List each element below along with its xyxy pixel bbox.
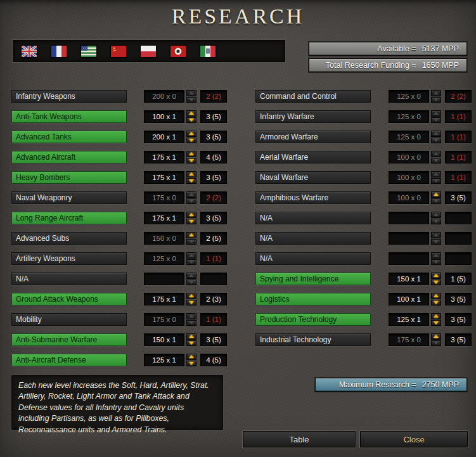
flag-usa-icon[interactable] xyxy=(80,45,97,58)
increase-investment-button[interactable] xyxy=(186,151,196,157)
research-row: Ground Attack Weapons175 x 12 (3) xyxy=(11,293,227,306)
down-arrow-icon xyxy=(189,240,194,243)
increase-investment-button xyxy=(431,171,441,177)
decrease-investment-button[interactable] xyxy=(186,219,196,225)
down-arrow-icon xyxy=(434,139,439,142)
increase-investment-button[interactable] xyxy=(186,110,196,117)
decrease-investment-button[interactable] xyxy=(431,280,441,286)
research-level: 1 (1) xyxy=(445,131,472,143)
tech-name-label: Aerial Warfare xyxy=(255,151,371,164)
up-arrow-icon xyxy=(189,172,194,176)
down-arrow-icon xyxy=(189,342,194,345)
close-button[interactable]: Close xyxy=(360,431,468,447)
research-row: Heavy Bombers175 x 13 (5) xyxy=(11,171,227,184)
up-arrow-icon xyxy=(434,132,439,135)
increase-investment-button[interactable] xyxy=(431,333,441,340)
investment-spinner xyxy=(431,293,441,306)
funding-label: Total Research Funding = xyxy=(326,61,416,70)
investment-spinner xyxy=(431,212,441,224)
research-row: Artillery Weapons125 x 01 (1) xyxy=(11,252,227,265)
investment-value: 100 x 1 xyxy=(389,293,429,306)
decrease-investment-button[interactable] xyxy=(186,361,196,367)
increase-investment-button[interactable] xyxy=(186,171,196,177)
tech-name-label: Logistics xyxy=(255,293,371,306)
decrease-investment-button xyxy=(186,97,196,103)
decrease-investment-button[interactable] xyxy=(186,117,196,124)
available-value: 5137 MPP xyxy=(422,44,459,53)
down-arrow-icon xyxy=(189,321,194,325)
flag-italy-icon[interactable] xyxy=(200,45,216,58)
decrease-investment-button[interactable] xyxy=(186,178,196,184)
down-arrow-icon xyxy=(189,281,194,284)
investment-spinner xyxy=(186,151,196,164)
research-row: Long Range Aircraft175 x 13 (5) xyxy=(11,212,227,224)
increase-investment-button[interactable] xyxy=(431,191,441,198)
down-arrow-icon xyxy=(189,179,194,183)
investment-value xyxy=(389,212,429,224)
increase-investment-button[interactable] xyxy=(186,293,196,299)
research-level: 3 (5) xyxy=(200,131,227,143)
decrease-investment-button[interactable] xyxy=(186,158,196,164)
table-button[interactable]: Table xyxy=(243,431,356,447)
decrease-investment-button xyxy=(186,198,196,205)
investment-value: 125 x 0 xyxy=(144,252,184,265)
research-row: Naval Weaponry175 x 02 (2) xyxy=(11,191,227,204)
investment-spinner xyxy=(431,273,441,285)
up-arrow-icon xyxy=(434,294,439,297)
up-arrow-icon xyxy=(189,233,194,236)
increase-investment-button xyxy=(186,252,196,259)
flag-ussr-icon[interactable] xyxy=(110,45,127,58)
research-row: Anti-Aircraft Defense125 x 14 (5) xyxy=(11,354,227,366)
investment-value xyxy=(389,232,429,245)
research-row: Spying and Intelligence150 x 11 (5) xyxy=(255,273,472,285)
increase-investment-button[interactable] xyxy=(431,273,441,279)
down-arrow-icon xyxy=(434,98,439,101)
investment-spinner xyxy=(431,191,441,204)
increase-investment-button[interactable] xyxy=(186,131,196,137)
decrease-investment-button[interactable] xyxy=(431,320,441,326)
up-arrow-icon xyxy=(434,172,439,176)
increase-investment-button xyxy=(431,131,441,137)
tech-name-label: Armored Warfare xyxy=(255,131,371,143)
research-level: 3 (5) xyxy=(445,191,472,204)
tech-name-label: Spying and Intelligence xyxy=(255,273,371,285)
flag-china-icon[interactable] xyxy=(170,45,186,58)
flag-uk-icon[interactable] xyxy=(21,45,37,58)
increase-investment-button[interactable] xyxy=(431,293,441,299)
flag-poland-icon[interactable] xyxy=(140,45,157,58)
up-arrow-icon xyxy=(434,254,439,257)
increase-investment-button[interactable] xyxy=(186,333,196,340)
decrease-investment-button[interactable] xyxy=(186,300,196,306)
maximum-research-bar: Maximum Research = 2750 MPP xyxy=(315,378,467,392)
tech-name-label: Artillery Weapons xyxy=(11,252,127,265)
increase-investment-button[interactable] xyxy=(186,212,196,218)
decrease-investment-button[interactable] xyxy=(186,138,196,144)
research-row: N/A xyxy=(11,273,227,285)
increase-investment-button[interactable] xyxy=(431,313,441,319)
up-arrow-icon xyxy=(189,193,194,196)
increase-investment-button xyxy=(186,90,196,96)
decrease-investment-button[interactable] xyxy=(431,300,441,306)
up-arrow-icon xyxy=(189,91,194,94)
investment-spinner xyxy=(186,313,196,326)
decrease-investment-button xyxy=(431,239,441,245)
investment-spinner xyxy=(431,110,441,123)
decrease-investment-button[interactable] xyxy=(186,340,196,347)
increase-investment-button[interactable] xyxy=(186,232,196,238)
increase-investment-button[interactable] xyxy=(186,354,196,360)
up-arrow-icon xyxy=(189,294,194,297)
investment-value: 125 x 0 xyxy=(389,131,429,143)
up-arrow-icon xyxy=(189,112,194,115)
research-level: 1 (1) xyxy=(445,171,472,184)
tech-name-label: Naval Warfare xyxy=(255,171,371,184)
research-level: 2 (2) xyxy=(445,90,472,103)
up-arrow-icon xyxy=(189,355,194,358)
research-level: 1 (5) xyxy=(445,273,472,285)
total-research-funding-bar: Total Research Funding = 1650 MPP xyxy=(309,58,467,72)
research-row: Mobility175 x 01 (1) xyxy=(11,313,227,326)
investment-value: 125 x 1 xyxy=(144,354,184,366)
research-level: 3 (5) xyxy=(445,333,472,346)
flag-france-icon[interactable] xyxy=(51,45,67,58)
down-arrow-icon xyxy=(189,220,194,223)
research-level: 2 (2) xyxy=(200,191,227,204)
